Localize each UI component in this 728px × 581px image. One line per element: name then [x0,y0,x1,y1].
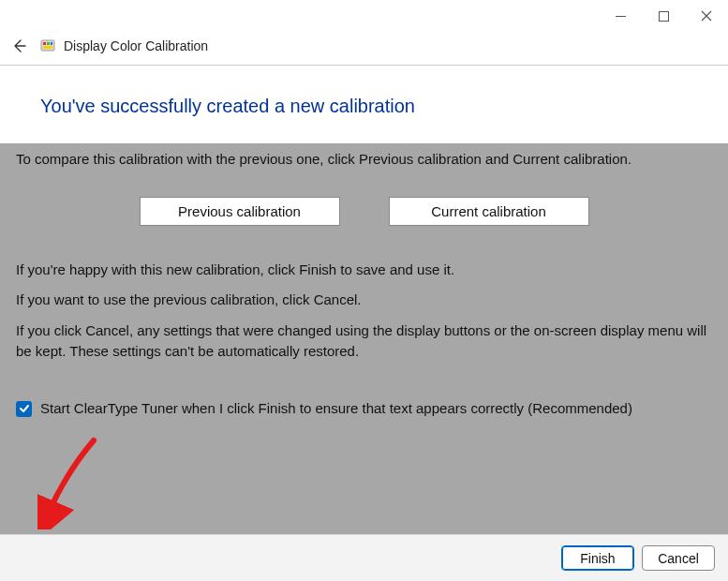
app-icon [39,37,56,54]
minimize-button[interactable] [599,0,642,32]
window-titlebar [0,0,728,32]
dialog-footer: Finish Cancel [0,534,728,581]
close-icon [701,10,712,22]
previous-calibration-button[interactable]: Previous calibration [140,197,340,226]
maximize-button[interactable] [642,0,685,32]
checkmark-icon [19,403,30,414]
app-title: Display Color Calibration [64,38,208,53]
svg-rect-5 [51,42,52,45]
current-calibration-button[interactable]: Current calibration [389,197,589,226]
cleartype-checkbox-row: Start ClearType Tuner when I click Finis… [16,398,712,420]
svg-rect-3 [43,42,46,45]
maximize-icon [659,11,669,22]
back-arrow-icon [11,38,26,53]
svg-rect-0 [616,16,626,17]
calibration-button-row: Previous calibration Current calibration [16,197,712,226]
svg-rect-4 [47,42,50,45]
minimize-icon [616,16,626,17]
annotation-arrow [37,436,103,529]
page-heading: You've successfully created a new calibr… [40,96,728,117]
svg-rect-1 [659,11,668,21]
cleartype-checkbox[interactable] [16,401,32,417]
cancel-note-text: If you click Cancel, any settings that w… [16,320,712,363]
content-area: You've successfully created a new calibr… [0,66,728,534]
back-button[interactable] [4,31,34,61]
cancel-instruction-text: If you want to use the previous calibrat… [16,290,712,311]
close-button[interactable] [685,0,728,32]
heading-section: You've successfully created a new calibr… [0,66,728,143]
svg-rect-2 [41,40,54,51]
compare-instruction-text: To compare this calibration with the pre… [16,149,712,171]
svg-rect-6 [43,46,52,49]
finish-button[interactable]: Finish [561,545,634,571]
finish-instruction-text: If you're happy with this new calibratio… [16,260,712,281]
display-calibration-icon [40,38,55,53]
header-bar: Display Color Calibration [0,32,728,66]
cleartype-checkbox-label: Start ClearType Tuner when I click Finis… [40,398,632,420]
cancel-button[interactable]: Cancel [642,545,715,571]
